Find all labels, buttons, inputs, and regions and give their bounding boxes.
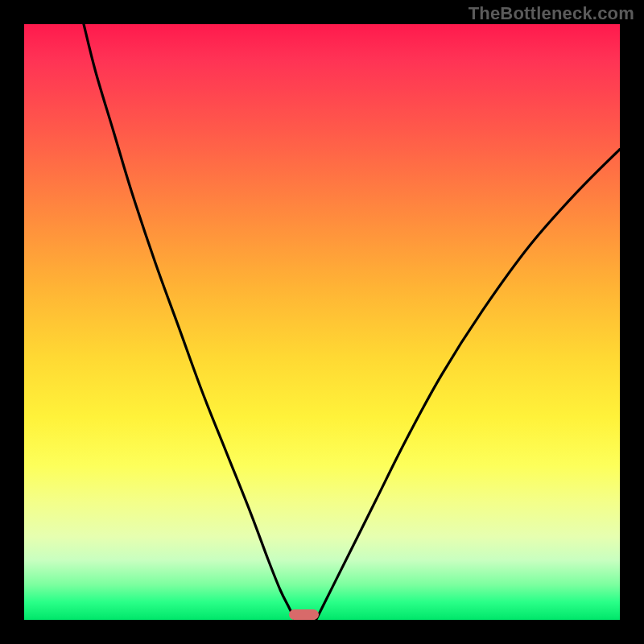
curve-right-branch	[316, 149, 620, 620]
chart-frame: TheBottleneck.com	[0, 0, 644, 644]
curve-left-branch	[84, 24, 295, 620]
bottleneck-curve	[24, 24, 620, 620]
min-marker	[289, 609, 319, 620]
watermark-text: TheBottleneck.com	[469, 3, 634, 24]
plot-area	[24, 24, 620, 620]
